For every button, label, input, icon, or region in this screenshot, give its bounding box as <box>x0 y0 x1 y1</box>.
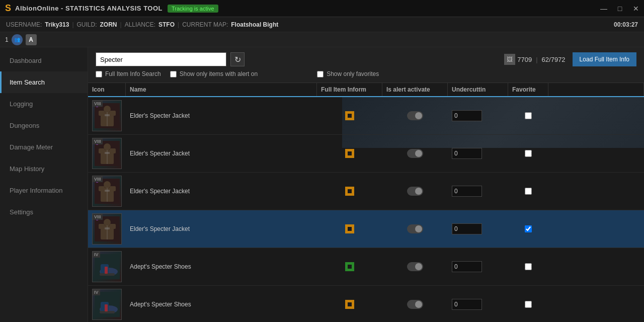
avatar-group-icon: 👥 <box>12 34 23 45</box>
fii-button[interactable] <box>345 111 354 120</box>
sidebar-item-dungeons[interactable]: Dungeons <box>0 115 88 136</box>
sidebar-item-settings[interactable]: Settings <box>0 201 88 223</box>
cell-favorite[interactable] <box>508 248 548 285</box>
alert-toggle[interactable] <box>407 224 423 233</box>
col-header-fii: Full Item Inform <box>317 83 382 96</box>
cell-icon: VIII <box>88 135 126 172</box>
table-row[interactable]: VIII Elder's Specter Jacket <box>88 173 644 210</box>
cell-undercut[interactable] <box>448 173 508 210</box>
cell-favorite[interactable] <box>508 173 548 210</box>
cell-fii[interactable] <box>317 135 382 172</box>
table-row[interactable]: VIII Elder's Specter Jacket <box>88 135 644 173</box>
search-input[interactable] <box>96 52 226 66</box>
cell-alert[interactable] <box>382 135 448 172</box>
close-button[interactable]: ✕ <box>628 0 644 17</box>
fii-button[interactable] <box>345 224 354 233</box>
svg-rect-27 <box>110 224 116 229</box>
alert-only-checkbox-label[interactable]: Show only items with alert on <box>170 70 258 77</box>
cell-alert[interactable] <box>382 97 448 134</box>
cell-extra <box>548 173 644 210</box>
favorite-checkbox[interactable] <box>525 112 532 119</box>
sidebar-item-dashboard[interactable]: Dashboard <box>0 50 88 71</box>
cell-favorite[interactable] <box>508 286 548 322</box>
fii-button[interactable] <box>345 300 354 309</box>
undercut-input[interactable] <box>452 148 482 159</box>
cell-extra <box>548 286 644 322</box>
favorite-checkbox[interactable] <box>525 263 532 270</box>
cell-name: Elder's Specter Jacket <box>126 173 317 210</box>
alert-only-checkbox[interactable] <box>170 71 177 77</box>
table-row[interactable]: IV Adept's Specter Shoes <box>88 286 644 322</box>
svg-point-20 <box>104 181 111 188</box>
favorites-only-checkbox[interactable] <box>317 71 324 77</box>
tier-badge: VIII <box>93 214 103 220</box>
full-item-info-checkbox[interactable] <box>96 71 102 77</box>
favorite-checkbox[interactable] <box>525 301 532 308</box>
refresh-button[interactable]: ↻ <box>230 52 245 66</box>
search-panel: ↻ 🖼 7709 | 62/7972 Load Full Item Info F… <box>88 47 644 83</box>
table-row[interactable]: IV Adept's Specter Shoes <box>88 248 644 286</box>
favorite-checkbox[interactable] <box>525 150 532 157</box>
sidebar: DashboardItem SearchLoggingDungeonsDamag… <box>0 47 88 322</box>
sidebar-item-player-information[interactable]: Player Information <box>0 180 88 201</box>
undercut-input[interactable] <box>452 299 482 310</box>
undercut-input[interactable] <box>452 223 482 234</box>
cell-undercut[interactable] <box>448 210 508 248</box>
favorite-checkbox[interactable] <box>525 188 532 195</box>
minimize-button[interactable]: — <box>596 0 612 17</box>
cell-alert[interactable] <box>382 210 448 248</box>
alliance-label: ALLIANCE: <box>125 21 155 28</box>
sidebar-item-map-history[interactable]: Map History <box>0 158 88 180</box>
cell-alert[interactable] <box>382 248 448 285</box>
cell-undercut[interactable] <box>448 97 508 134</box>
alert-toggle[interactable] <box>407 300 423 309</box>
load-full-item-info-button[interactable]: Load Full Item Info <box>573 52 636 66</box>
undercut-input[interactable] <box>452 110 482 121</box>
cell-alert[interactable] <box>382 173 448 210</box>
favorite-checkbox[interactable] <box>525 225 532 232</box>
table-header: Icon Name Full Item Inform Is alert acti… <box>88 83 644 97</box>
svg-rect-11 <box>110 148 116 153</box>
col-header-extra <box>548 83 644 96</box>
cell-fii[interactable] <box>317 286 382 322</box>
alert-toggle[interactable] <box>407 111 423 120</box>
sidebar-item-item-search[interactable]: Item Search <box>0 71 88 93</box>
item-name: Elder's Specter Jacket <box>130 225 190 232</box>
sidebar-item-damage-meter[interactable]: Damage Meter <box>0 136 88 158</box>
cell-icon: VIII <box>88 97 126 134</box>
fii-button[interactable] <box>345 149 354 158</box>
alert-toggle[interactable] <box>407 262 423 271</box>
undercut-input[interactable] <box>452 261 482 272</box>
sidebar-item-logging[interactable]: Logging <box>0 93 88 115</box>
cell-undercut[interactable] <box>448 135 508 172</box>
maximize-button[interactable]: □ <box>612 0 628 17</box>
undercut-input[interactable] <box>452 186 482 197</box>
tier-badge: VIII <box>93 176 103 182</box>
fii-icon <box>348 265 352 269</box>
table-row[interactable]: VIII Elder's Specter Jacket <box>88 210 644 248</box>
cell-favorite[interactable] <box>508 97 548 134</box>
table-area[interactable]: Icon Name Full Item Inform Is alert acti… <box>88 83 644 322</box>
cell-fii[interactable] <box>317 210 382 248</box>
cell-fii[interactable] <box>317 173 382 210</box>
cell-favorite[interactable] <box>508 210 548 248</box>
cell-undercut[interactable] <box>448 286 508 322</box>
full-item-info-checkbox-label[interactable]: Full Item Info Search <box>96 70 161 77</box>
cell-name: Adept's Specter Shoes <box>126 286 317 322</box>
cell-undercut[interactable] <box>448 248 508 285</box>
alert-toggle[interactable] <box>407 187 423 196</box>
fii-button[interactable] <box>345 262 354 271</box>
svg-rect-10 <box>99 148 105 153</box>
avatar-letter: A <box>26 34 37 45</box>
cell-name: Elder's Specter Jacket <box>126 135 317 172</box>
cell-fii[interactable] <box>317 97 382 134</box>
cell-alert[interactable] <box>382 286 448 322</box>
fii-icon <box>348 189 352 193</box>
favorites-only-checkbox-label[interactable]: Show only favorites <box>317 70 379 77</box>
table-row[interactable]: VIII Elder's Specter Jacket <box>88 97 644 135</box>
cell-fii[interactable] <box>317 248 382 285</box>
alert-toggle[interactable] <box>407 149 423 158</box>
cell-favorite[interactable] <box>508 135 548 172</box>
fii-button[interactable] <box>345 187 354 196</box>
search-row-2: Full Item Info Search Show only items wi… <box>96 70 636 77</box>
